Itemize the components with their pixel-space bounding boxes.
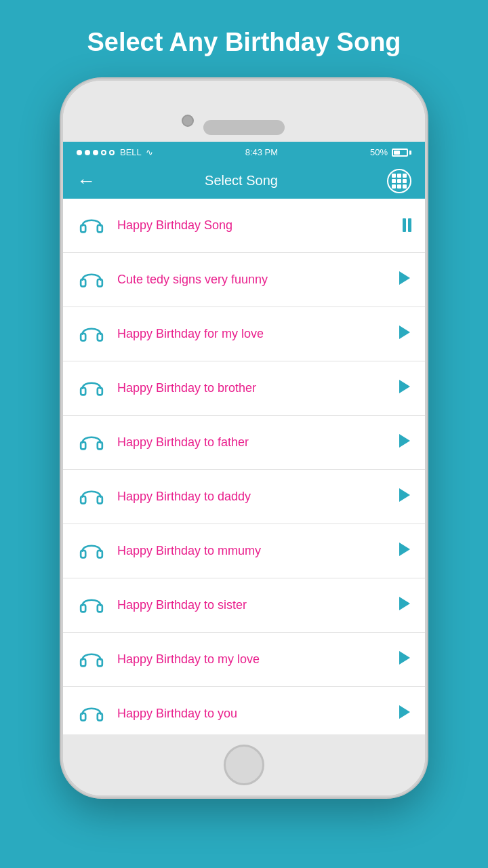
song-item[interactable]: Happy Birthday for my love: [63, 307, 425, 361]
svg-marker-28: [399, 705, 410, 719]
svg-marker-10: [399, 380, 410, 393]
song-name: Happy Birthday to my love: [117, 652, 398, 667]
signal-dot-3: [93, 150, 98, 155]
play-icon[interactable]: [398, 705, 411, 723]
song-item[interactable]: Happy Birthday to my love: [63, 633, 425, 687]
headphone-icon: [77, 317, 106, 350]
status-left: BELL ∿: [77, 147, 153, 157]
pause-icon[interactable]: [403, 218, 411, 232]
svg-marker-13: [399, 434, 410, 448]
svg-marker-4: [399, 271, 410, 285]
home-button[interactable]: [224, 745, 264, 785]
signal-dot-1: [77, 150, 82, 155]
carrier-text: BELL: [120, 147, 142, 157]
song-list: Happy Birthday Song Cute tedy signs very…: [63, 199, 425, 734]
headphone-icon: [77, 426, 106, 458]
battery-icon: [392, 149, 411, 157]
play-icon[interactable]: [398, 271, 411, 289]
song-name: Happy Birthday Song: [117, 218, 403, 233]
play-icon[interactable]: [398, 325, 411, 343]
nav-title: Select Song: [205, 173, 278, 189]
song-name: Happy Birthday to you: [117, 707, 398, 721]
song-name: Happy Birthday to daddy: [117, 490, 398, 504]
song-item[interactable]: Cute tedy signs very fuunny: [63, 253, 425, 307]
headphone-icon: [77, 372, 106, 404]
play-icon[interactable]: [398, 379, 411, 397]
song-item[interactable]: Happy Birthday to brother: [63, 361, 425, 416]
song-item[interactable]: Happy Birthday to daddy: [63, 470, 425, 524]
svg-marker-22: [399, 597, 410, 610]
play-icon[interactable]: [398, 650, 411, 669]
page-title-area: Select Any Birthday Song: [46, 0, 441, 79]
song-item[interactable]: Happy Birthday Song: [63, 199, 425, 253]
wifi-icon: ∿: [146, 147, 153, 157]
play-icon[interactable]: [398, 433, 411, 452]
page-heading: Select Any Birthday Song: [87, 28, 401, 56]
song-name: Happy Birthday to father: [117, 435, 398, 450]
headphone-icon: [77, 480, 106, 513]
status-bar: BELL ∿ 8:43 PM 50%: [63, 142, 425, 163]
back-button[interactable]: ←: [77, 170, 96, 192]
nav-bar: ← Select Song: [63, 163, 425, 199]
svg-marker-25: [399, 651, 410, 665]
grid-icon: [392, 174, 407, 189]
signal-dot-2: [85, 150, 90, 155]
signal-dot-5: [109, 150, 115, 155]
phone-speaker: [203, 120, 285, 135]
status-time: 8:43 PM: [245, 147, 278, 157]
headphone-icon: [77, 534, 106, 567]
play-icon[interactable]: [398, 542, 411, 560]
battery-percent: 50%: [370, 147, 388, 157]
phone-bottom: [63, 734, 425, 795]
grid-button[interactable]: [387, 169, 411, 193]
headphone-icon: [77, 209, 106, 241]
headphone-icon: [77, 589, 106, 621]
headphone-icon: [77, 643, 106, 675]
headphone-icon: [77, 263, 106, 296]
song-item[interactable]: Happy Birthday to father: [63, 416, 425, 470]
song-item[interactable]: Happy Birthday to mmumy: [63, 524, 425, 578]
phone-camera: [182, 115, 194, 127]
song-item[interactable]: Happy Birthday to you: [63, 687, 425, 734]
svg-marker-19: [399, 542, 410, 556]
play-icon[interactable]: [398, 596, 411, 614]
signal-dot-4: [101, 150, 106, 155]
phone-screen: BELL ∿ 8:43 PM 50% ← Select Song: [63, 142, 425, 734]
play-icon[interactable]: [398, 488, 411, 506]
song-item[interactable]: Happy Birthday to sister: [63, 578, 425, 633]
svg-marker-7: [399, 326, 410, 339]
status-right: 50%: [370, 147, 411, 157]
song-name: Cute tedy signs very fuunny: [117, 273, 398, 287]
song-name: Happy Birthday to sister: [117, 598, 398, 612]
song-name: Happy Birthday to mmumy: [117, 544, 398, 558]
song-name: Happy Birthday for my love: [117, 327, 398, 341]
phone-wrapper: BELL ∿ 8:43 PM 50% ← Select Song: [61, 79, 427, 797]
svg-marker-16: [399, 488, 410, 502]
song-name: Happy Birthday to brother: [117, 381, 398, 395]
headphone-icon: [77, 697, 106, 730]
phone-top: [63, 81, 425, 142]
